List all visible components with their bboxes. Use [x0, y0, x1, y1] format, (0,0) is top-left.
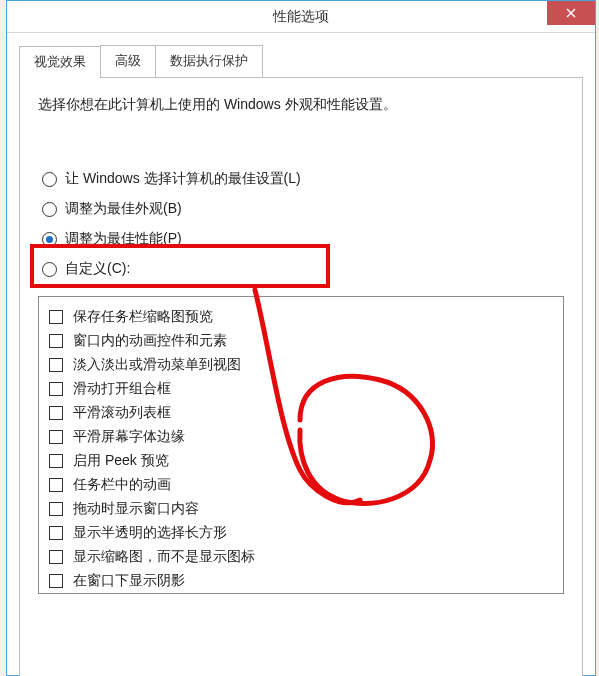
radio-custom[interactable]: 自定义(C):	[38, 254, 564, 284]
radio-let-windows-choose[interactable]: 让 Windows 选择计算机的最佳设置(L)	[38, 164, 564, 194]
list-item[interactable]: 窗口内的动画控件和元素	[47, 329, 555, 353]
tab-visual-effects[interactable]: 视觉效果	[19, 46, 101, 78]
tab-advanced[interactable]: 高级	[100, 45, 156, 77]
check-label: 滑动打开组合框	[73, 380, 171, 398]
check-label: 保存任务栏缩略图预览	[73, 308, 213, 326]
list-item[interactable]: 任务栏中的动画	[47, 473, 555, 497]
tab-dep[interactable]: 数据执行保护	[155, 45, 263, 77]
list-item[interactable]: 拖动时显示窗口内容	[47, 497, 555, 521]
content-area: 视觉效果 高级 数据执行保护 选择你想在此计算机上使用的 Windows 外观和…	[7, 33, 595, 676]
radio-label: 自定义(C):	[65, 260, 130, 278]
checkbox-icon	[49, 502, 63, 516]
list-item[interactable]: 显示半透明的选择长方形	[47, 521, 555, 545]
list-item[interactable]: 平滑屏幕字体边缘	[47, 425, 555, 449]
radio-icon	[42, 262, 57, 277]
settings-radio-group: 让 Windows 选择计算机的最佳设置(L) 调整为最佳外观(B) 调整为最佳…	[38, 164, 564, 284]
checkbox-icon	[49, 454, 63, 468]
list-item[interactable]: 淡入淡出或滑动菜单到视图	[47, 353, 555, 377]
checkbox-icon	[49, 358, 63, 372]
check-label: 显示半透明的选择长方形	[73, 524, 227, 542]
close-icon	[566, 8, 576, 18]
page-description: 选择你想在此计算机上使用的 Windows 外观和性能设置。	[38, 96, 564, 114]
tab-label: 高级	[115, 53, 141, 68]
check-label: 平滑滚动列表框	[73, 404, 171, 422]
radio-icon	[42, 232, 57, 247]
radio-best-appearance[interactable]: 调整为最佳外观(B)	[38, 194, 564, 224]
check-label: 拖动时显示窗口内容	[73, 500, 199, 518]
tab-label: 视觉效果	[34, 54, 86, 69]
performance-options-window: 性能选项 视觉效果 高级 数据执行保护 选择你想在此计算机上使用的 Window…	[6, 0, 596, 676]
checkbox-icon	[49, 526, 63, 540]
checkbox-icon	[49, 310, 63, 324]
list-item[interactable]: 在窗口下显示阴影	[47, 569, 555, 593]
list-item[interactable]: 滑动打开组合框	[47, 377, 555, 401]
radio-label: 调整为最佳性能(P)	[65, 230, 182, 248]
radio-best-performance[interactable]: 调整为最佳性能(P)	[38, 224, 564, 254]
list-item[interactable]: 保存任务栏缩略图预览	[47, 305, 555, 329]
close-button[interactable]	[547, 1, 595, 25]
check-label: 启用 Peek 预览	[73, 452, 169, 470]
checkbox-icon	[49, 574, 63, 588]
check-label: 淡入淡出或滑动菜单到视图	[73, 356, 241, 374]
list-item[interactable]: 显示缩略图，而不是显示图标	[47, 545, 555, 569]
check-label: 显示缩略图，而不是显示图标	[73, 548, 255, 566]
tab-page-visual-effects: 选择你想在此计算机上使用的 Windows 外观和性能设置。 让 Windows…	[19, 77, 583, 676]
check-label: 任务栏中的动画	[73, 476, 171, 494]
checkbox-icon	[49, 382, 63, 396]
radio-icon	[42, 202, 57, 217]
tab-label: 数据执行保护	[170, 53, 248, 68]
checkbox-icon	[49, 478, 63, 492]
custom-options-list: 保存任务栏缩略图预览 窗口内的动画控件和元素 淡入淡出或滑动菜单到视图 滑动打开…	[38, 296, 564, 594]
window-title: 性能选项	[273, 8, 329, 26]
titlebar: 性能选项	[7, 1, 595, 33]
checkbox-icon	[49, 550, 63, 564]
radio-label: 让 Windows 选择计算机的最佳设置(L)	[65, 170, 301, 188]
tabs: 视觉效果 高级 数据执行保护	[19, 45, 583, 77]
checkbox-icon	[49, 334, 63, 348]
list-item[interactable]: 启用 Peek 预览	[47, 449, 555, 473]
check-label: 窗口内的动画控件和元素	[73, 332, 227, 350]
checkbox-icon	[49, 406, 63, 420]
check-label: 在窗口下显示阴影	[73, 572, 185, 590]
list-item[interactable]: 平滑滚动列表框	[47, 401, 555, 425]
checkbox-icon	[49, 430, 63, 444]
radio-label: 调整为最佳外观(B)	[65, 200, 182, 218]
radio-icon	[42, 172, 57, 187]
check-label: 平滑屏幕字体边缘	[73, 428, 185, 446]
